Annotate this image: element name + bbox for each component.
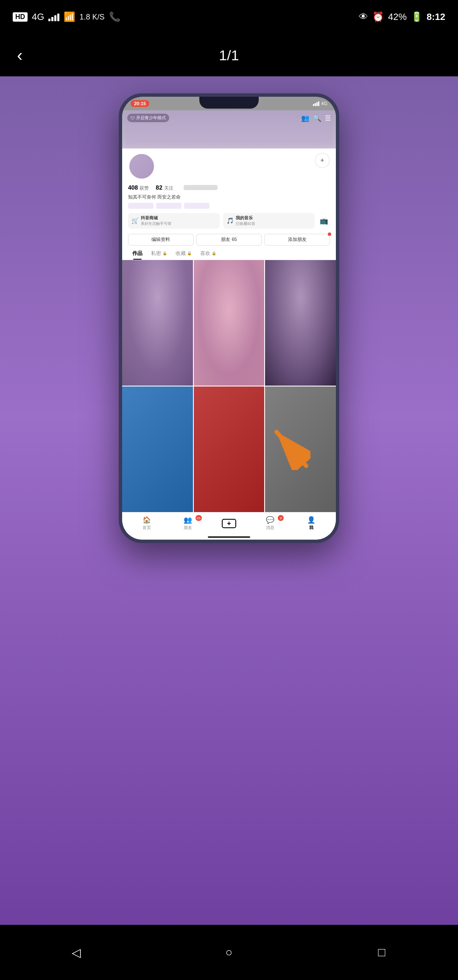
shield-icon: 🛡 — [131, 116, 135, 120]
add-button[interactable]: + — [222, 519, 236, 528]
tab-likes[interactable]: 喜欢 🔒 — [196, 247, 221, 260]
add-friend-label: 添加朋友 — [288, 236, 307, 243]
music-name: 我的音乐 — [236, 215, 255, 221]
tab-works[interactable]: 作品 — [128, 247, 147, 260]
video-cell-4[interactable] — [122, 386, 193, 512]
bio-text: 知其不可奈何 而安之若命 — [122, 193, 336, 202]
call-icon: 📞 — [109, 11, 120, 22]
video-thumb-3 — [265, 260, 336, 386]
phone-notch — [199, 97, 259, 109]
profile-header-bg: 🛡 开启青少年模式 👥 🔍 ☰ — [122, 110, 336, 148]
avatar — [128, 153, 155, 180]
battery-icon: 🔋 — [411, 11, 422, 22]
video-cell-1[interactable] — [122, 260, 193, 386]
youth-mode-label: 开启青少年模式 — [136, 115, 166, 121]
video-cell-2[interactable] — [194, 260, 265, 386]
status-right: 👁 ⏰ 42% 🔋 8:12 — [359, 11, 445, 22]
nav-messages-label: 消息 — [266, 525, 274, 531]
wifi-icon: 📶 — [64, 11, 75, 22]
likes-label: 获赞 — [140, 185, 149, 191]
music-icon: 🎵 — [226, 217, 234, 224]
feature-tv[interactable]: 📺 — [318, 213, 330, 229]
nav-me[interactable]: 👤 我 — [290, 516, 332, 531]
likes-count: 408 — [128, 184, 138, 191]
eye-icon: 👁 — [359, 11, 368, 22]
menu-icon[interactable]: ☰ — [325, 114, 331, 122]
music-info: 我的音乐 已收藏92首 — [236, 215, 255, 227]
phone-signal — [313, 101, 319, 106]
message-icon: 💬 — [266, 516, 274, 524]
me-icon: 👤 — [307, 516, 316, 524]
profile-top-icons: 👥 🔍 ☰ — [301, 114, 331, 122]
tag-2 — [156, 203, 182, 209]
battery-percent: 42% — [388, 11, 407, 22]
system-nav-bar: ◁ ○ □ — [0, 925, 458, 980]
system-home-button[interactable]: ○ — [216, 940, 242, 965]
navigation-bar: ‹ 1/1 — [0, 34, 458, 76]
add-friend-button[interactable]: 添加朋友 — [264, 234, 330, 246]
tab-likes-label: 喜欢 — [200, 250, 210, 257]
feature-shop[interactable]: 🛒 抖音商城 美好生活触手可得 — [128, 213, 220, 229]
home-bar — [208, 536, 250, 538]
friends-icon[interactable]: 👥 — [301, 114, 310, 122]
lock-icon-3: 🔒 — [212, 251, 216, 255]
phone-screen: 20:15 4G 🛡 开启青少年模式 — [122, 97, 336, 540]
follow-button[interactable]: + — [315, 153, 330, 168]
tabs-row: 作品 私密 🔒 收藏 🔒 喜欢 🔒 — [122, 247, 336, 260]
nav-home[interactable]: 🏠 首页 — [126, 516, 168, 531]
phone-mockup: 20:15 4G 🛡 开启青少年模式 — [119, 93, 339, 543]
status-left: HD 4G 📶 1.8 K/S 📞 — [13, 11, 120, 22]
tab-favorites[interactable]: 收藏 🔒 — [171, 247, 196, 260]
nav-add[interactable]: + — [209, 519, 250, 528]
profile-top-bar: 🛡 开启青少年模式 👥 🔍 ☰ — [122, 110, 336, 126]
signal-bars — [48, 13, 59, 21]
tag-1 — [128, 203, 154, 209]
feature-row: 🛒 抖音商城 美好生活触手可得 🎵 我的音乐 已收藏92首 — [122, 210, 336, 232]
network-indicator: 4G — [32, 11, 44, 22]
video-cell-5[interactable] — [194, 386, 265, 512]
music-sub: 已收藏92首 — [236, 221, 255, 227]
system-back-button[interactable]: ◁ — [64, 940, 89, 965]
tab-works-label: 作品 — [132, 250, 142, 257]
shop-info: 抖音商城 美好生活触手可得 — [141, 215, 171, 227]
nav-friends[interactable]: 👥 朋友 65 — [168, 516, 209, 531]
phone-status-right: 4G — [313, 101, 327, 106]
video-thumb-1 — [122, 260, 193, 386]
friends-nav-icon: 👥 — [184, 516, 192, 524]
home-icon: 🏠 — [142, 516, 151, 524]
system-time: 8:12 — [427, 11, 445, 22]
username-blurred — [184, 185, 218, 190]
stats-row: 408 获赞 82 关注 — [122, 182, 336, 193]
phone-time: 20:15 — [131, 100, 149, 107]
home-indicator — [122, 534, 336, 540]
back-triangle-icon: ◁ — [72, 946, 81, 960]
phone-network: 4G — [321, 101, 327, 106]
shop-icon: 🛒 — [131, 217, 139, 224]
speed-indicator: 1.8 K/S — [79, 13, 104, 22]
tab-private[interactable]: 私密 🔒 — [147, 247, 171, 260]
edit-profile-button[interactable]: 编辑资料 — [128, 234, 194, 246]
following-stat: 82 关注 — [156, 184, 173, 191]
youth-mode-button[interactable]: 🛡 开启青少年模式 — [127, 114, 169, 122]
nav-home-label: 首页 — [142, 525, 151, 531]
messages-badge: 8 — [278, 515, 284, 521]
page-counter: 1/1 — [219, 47, 239, 64]
nav-friends-label: 朋友 — [184, 525, 192, 531]
tags-row — [122, 202, 336, 210]
bottom-nav: 🏠 首页 👥 朋友 65 + 💬 消息 8 👤 — [122, 512, 336, 534]
following-label: 关注 — [164, 185, 173, 191]
search-icon[interactable]: 🔍 — [313, 114, 321, 122]
nav-messages[interactable]: 💬 消息 8 — [249, 516, 290, 531]
profile-body: + 408 获赞 82 关注 知其不可奈何 而安之若命 — [122, 148, 336, 512]
feature-music[interactable]: 🎵 我的音乐 已收藏92首 — [223, 213, 315, 229]
shop-name: 抖音商城 — [141, 215, 171, 221]
video-cell-6[interactable] — [265, 386, 336, 512]
friends-button[interactable]: 朋友 65 — [196, 234, 262, 246]
video-grid — [122, 260, 336, 512]
system-recent-button[interactable]: □ — [369, 940, 394, 965]
tab-favorites-label: 收藏 — [176, 250, 186, 257]
video-cell-3[interactable] — [265, 260, 336, 386]
tv-icon: 📺 — [320, 217, 328, 225]
back-button[interactable]: ‹ — [17, 46, 22, 65]
action-row: 编辑资料 朋友 65 添加朋友 — [122, 232, 336, 247]
